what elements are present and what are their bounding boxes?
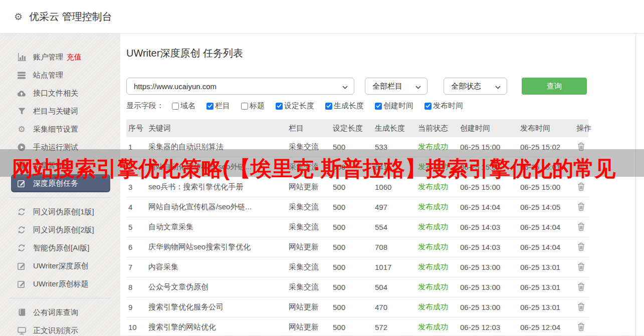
gear-icon: ⚙ [17,125,27,134]
cell-gen-length: 708 [373,237,416,257]
cell-created-time: 06-25 13:00 [458,277,518,297]
sidebar-item-label: 栏目与关键词 [33,107,78,116]
cell-status: 发布成功 [416,217,458,237]
bar-chart-icon [17,53,27,62]
cell-created-time: 06-25 14:03 [458,217,518,237]
category-select[interactable]: 全部栏目 [365,78,427,95]
sidebar-item-label: 智能伪原创[AI版] [33,243,90,253]
cell-publish-time: 06-25 14:04 [518,217,574,237]
sidebar-item-label: 正文识别演示 [33,326,78,335]
sidebar-item[interactable]: ⚙采集细节设置 [11,120,110,138]
sidebar-item[interactable]: 站点管理 [11,66,110,84]
sidebar-item[interactable]: 接口文件相关 [11,84,110,102]
column-header-keyword: 关键词 [146,119,287,137]
sidebar-item[interactable]: 栏目与关键词 [11,102,110,120]
display-field-option[interactable]: 标题 [241,101,265,111]
cell-created-time: 06-25 13:00 [458,257,518,277]
cell-keyword: 网站自动化宣传机器/seo外链... [146,197,287,217]
cell-gen-length: 554 [373,217,416,237]
sidebar: 账户管理充值站点管理接口文件相关栏目与关键词⚙采集细节设置手动运行测试文章暂存库… [0,34,120,335]
table-row: 7内容采集采集交流5001017发布成功06-25 13:0006-25 13:… [126,257,588,277]
query-button[interactable]: 查询 [522,78,587,95]
delete-button[interactable] [576,242,585,251]
column-header-publish-time: 发布时间 [518,119,574,137]
delete-button[interactable] [576,202,585,211]
sidebar-item[interactable]: 公有词库查询 [11,303,110,321]
display-field-option[interactable]: 设定长度 [276,101,314,111]
sidebar-item[interactable]: 账户管理充值 [11,48,110,66]
funnel-icon [17,107,27,116]
table-row: 5自动文章采集采集交流500554发布成功06-25 14:0306-25 14… [126,217,588,237]
display-field-label: 栏目 [215,101,230,111]
sidebar-item-label: 同义词伪原创[2版] [33,225,94,235]
cell-status: 发布成功 [416,197,458,217]
page-body: 账户管理充值站点管理接口文件相关栏目与关键词⚙采集细节设置手动运行测试文章暂存库… [0,34,644,335]
sidebar-divider [10,197,110,198]
display-field-label: 域名 [180,101,195,111]
sidebar-item[interactable]: UWriter原创标题 [11,275,110,293]
status-select[interactable]: 全部状态 [444,78,507,95]
sidebar-item[interactable]: 正文识别演示 [11,321,110,336]
monitor-icon [17,326,27,335]
display-field-option[interactable]: 发布时间 [424,101,463,111]
cell-status: 发布成功 [416,297,458,317]
cell-gen-length: 572 [373,317,416,336]
checkbox-checked-icon[interactable] [375,103,382,110]
sidebar-item-label: UWriter原创标题 [33,279,89,289]
display-field-option[interactable]: 栏目 [206,101,230,111]
cell-index: 7 [126,257,146,277]
cell-status: 发布成功 [416,257,458,277]
site-select[interactable]: https://www.ucaiyun.com [126,78,354,95]
cell-created-time: 06-25 14:04 [458,197,518,217]
delete-button[interactable] [576,282,585,291]
sidebar-item[interactable]: 同义词伪原创[2版] [11,221,110,239]
gear-icon: ⚙ [14,12,23,22]
cell-action [574,317,588,336]
column-header-set-length: 设定长度 [331,119,373,137]
delete-button[interactable] [576,302,585,311]
sidebar-item[interactable]: 同义词伪原创[1版] [11,203,110,221]
checkbox-unchecked-icon[interactable] [241,103,248,110]
category-select-value: 全部栏目 [372,82,402,91]
cell-publish-time: 06-25 13:01 [518,257,574,277]
column-header-action: 操作 [574,119,588,137]
display-field-label: 设定长度 [284,101,314,111]
cell-publish-time: 06-25 13:01 [518,277,574,297]
checkbox-checked-icon[interactable] [276,103,283,110]
cell-action [574,257,588,277]
cell-keyword: 公众号文章伪原创 [146,277,287,297]
cell-gen-length: 1017 [373,257,416,277]
cell-keyword: 搜索引擎优化服务公司 [146,297,287,317]
column-header-index: 序号 [126,119,146,137]
delete-button[interactable] [576,182,585,191]
table-row: 6庆华购物网站seo搜索引擎优化网站更新500708发布成功06-25 14:0… [126,237,588,257]
cell-index: 8 [126,277,146,297]
cell-set-length: 500 [331,257,373,277]
refresh-icon [17,225,27,235]
cell-created-time: 06-25 12:03 [458,317,518,336]
cell-action [574,277,588,297]
checkbox-checked-icon[interactable] [325,103,332,110]
delete-button[interactable] [576,222,585,231]
delete-button[interactable] [576,262,585,271]
display-field-label: 创建时间 [383,101,413,111]
sidebar-item[interactable]: 智能伪原创[AI版] [11,239,110,257]
checkbox-unchecked-icon[interactable] [172,103,179,110]
refresh-icon [17,243,27,253]
cell-publish-time: 06-25 14:05 [518,197,574,217]
sidebar-item-label: 账户管理 [33,53,63,62]
display-field-option[interactable]: 生成长度 [325,101,364,111]
filter-row: https://www.ucaiyun.com 全部栏目 全部状态 查询 [126,78,644,95]
checkbox-checked-icon[interactable] [206,103,213,110]
display-field-option[interactable]: 域名 [172,101,195,111]
cell-status: 发布成功 [416,277,458,297]
display-field-option[interactable]: 创建时间 [375,101,413,111]
delete-button[interactable] [576,322,585,331]
sidebar-item-label: 采集细节设置 [33,125,78,134]
cell-publish-time: 06-25 13:01 [518,297,574,317]
sidebar-item[interactable]: UWriter深度原创 [11,257,110,275]
cell-set-length: 500 [331,317,373,336]
cell-index: 4 [126,197,146,217]
checkbox-checked-icon[interactable] [424,103,432,110]
recharge-badge[interactable]: 充值 [67,53,82,62]
